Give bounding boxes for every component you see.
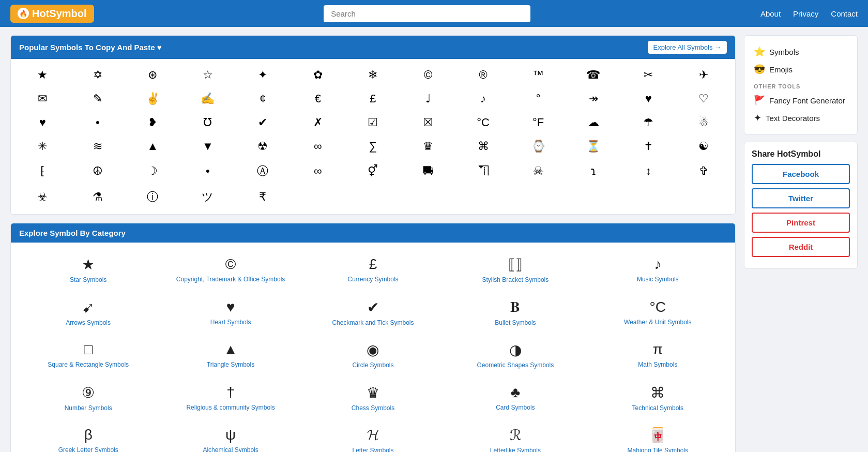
symbol-cell[interactable]: ɿ: [566, 158, 621, 184]
category-item[interactable]: ♥ Heart Symbols: [161, 294, 299, 333]
symbol-cell[interactable]: ¢: [235, 87, 291, 111]
nav-contact[interactable]: Contact: [831, 9, 858, 18]
symbol-cell[interactable]: ⊛: [125, 63, 180, 87]
symbol-cell[interactable]: ★: [15, 63, 70, 87]
sidebar-tool-item[interactable]: 😎Emojis: [752, 61, 850, 78]
category-item[interactable]: ✔ Checkmark and Tick Symbols: [304, 294, 442, 333]
symbol-cell[interactable]: ⚥: [345, 158, 401, 184]
category-item[interactable]: ➹ Arrows Symbols: [19, 294, 157, 333]
symbol-cell[interactable]: ⏳: [566, 134, 621, 158]
category-item[interactable]: ★ Star Symbols: [19, 251, 157, 290]
nav-about[interactable]: About: [760, 9, 781, 18]
symbol-cell[interactable]: ☢: [235, 134, 291, 158]
category-item[interactable]: 🀄 Mahjong Tile Symbols: [589, 421, 727, 452]
category-item[interactable]: β Greek Letter Symbols: [19, 421, 157, 452]
symbol-cell[interactable]: ⛠: [455, 158, 511, 184]
symbol-cell[interactable]: ∞: [291, 134, 346, 158]
symbol-cell[interactable]: ☎: [566, 63, 621, 87]
symbol-cell[interactable]: ✡: [70, 63, 126, 87]
symbol-cell[interactable]: ☃: [676, 111, 731, 134]
sidebar-other-tool-item[interactable]: 🚩Fancy Font Generator: [752, 92, 850, 109]
symbol-cell[interactable]: ☑: [345, 111, 401, 134]
category-item[interactable]: 𝓗 Letter Symbols: [304, 421, 442, 452]
symbol-cell[interactable]: ✞: [676, 158, 731, 184]
symbol-cell[interactable]: ₹: [235, 184, 291, 210]
symbol-cell[interactable]: ✈: [676, 63, 731, 87]
symbol-cell[interactable]: ⌘: [455, 134, 511, 158]
symbol-cell[interactable]: ⓘ: [125, 184, 180, 210]
symbol-cell[interactable]: ✌: [125, 87, 180, 111]
explore-all-button[interactable]: Explore All Symbols →: [648, 41, 727, 54]
symbol-cell[interactable]: ✂: [621, 63, 676, 87]
symbol-cell[interactable]: ⚗: [70, 184, 126, 210]
symbol-cell[interactable]: ☮: [70, 158, 126, 184]
symbol-cell[interactable]: ✦: [235, 63, 291, 87]
symbol-cell[interactable]: €: [291, 87, 346, 111]
category-item[interactable]: ♛ Chess Symbols: [304, 379, 442, 418]
symbol-cell[interactable]: ♥: [621, 87, 676, 111]
category-item[interactable]: ℛ Letterlike Symbols: [446, 421, 584, 452]
symbol-cell[interactable]: ✎: [70, 87, 126, 111]
share-pinterest-button[interactable]: Pintrest: [752, 213, 850, 233]
share-facebook-button[interactable]: Facebook: [752, 164, 850, 184]
symbol-cell[interactable]: ♪: [455, 87, 511, 111]
symbol-cell[interactable]: ❄: [345, 63, 401, 87]
symbol-cell[interactable]: ♥: [15, 111, 70, 134]
symbol-cell[interactable]: ☯: [676, 134, 731, 158]
symbol-cell[interactable]: ⌚: [511, 134, 566, 158]
category-item[interactable]: ▲ Triangle Symbols: [161, 336, 299, 375]
symbol-cell[interactable]: ®: [455, 63, 511, 87]
symbol-cell[interactable]: ツ: [180, 184, 236, 210]
category-item[interactable]: °C Weather & Unit Symbols: [589, 294, 727, 333]
category-item[interactable]: ◑ Geometric Shapes Symbols: [446, 336, 584, 375]
symbol-cell[interactable]: •: [70, 111, 126, 134]
symbol-cell[interactable]: ☒: [401, 111, 456, 134]
category-item[interactable]: π Math Symbols: [589, 336, 727, 375]
symbol-cell[interactable]: °: [511, 87, 566, 111]
category-item[interactable]: ♪ Music Symbols: [589, 251, 727, 290]
symbol-cell[interactable]: £: [345, 87, 401, 111]
symbol-cell[interactable]: ☆: [180, 63, 236, 87]
category-item[interactable]: † Religious & community Symbols: [161, 379, 299, 418]
symbol-cell[interactable]: ≋: [70, 134, 126, 158]
nav-privacy[interactable]: Privacy: [793, 9, 818, 18]
logo[interactable]: 🔥 HotSymbol: [10, 5, 94, 23]
category-item[interactable]: ⌘ Technical Symbols: [589, 379, 727, 418]
symbol-cell[interactable]: ✝: [621, 134, 676, 158]
category-item[interactable]: ⑨ Number Symbols: [19, 379, 157, 418]
category-item[interactable]: ♣ Card Symbols: [446, 379, 584, 418]
symbol-cell[interactable]: ✍: [180, 87, 236, 111]
category-item[interactable]: □ Square & Rectangle Symbols: [19, 336, 157, 375]
symbol-cell[interactable]: ▼: [180, 134, 236, 158]
symbol-cell[interactable]: ✗: [291, 111, 346, 134]
symbol-cell[interactable]: ▲: [125, 134, 180, 158]
symbol-cell[interactable]: ↕: [621, 158, 676, 184]
symbol-cell[interactable]: ⁅: [15, 158, 70, 184]
symbol-cell[interactable]: ∞: [291, 158, 346, 184]
symbol-cell[interactable]: ☁: [566, 111, 621, 134]
category-item[interactable]: ◉ Circle Symbols: [304, 336, 442, 375]
symbol-cell[interactable]: ©: [401, 63, 456, 87]
symbol-cell[interactable]: ℧: [180, 111, 236, 134]
symbol-cell[interactable]: ✳: [15, 134, 70, 158]
symbol-cell[interactable]: •: [180, 158, 236, 184]
symbol-cell[interactable]: ∑: [345, 134, 401, 158]
search-input[interactable]: [324, 5, 530, 22]
symbol-cell[interactable]: °F: [511, 111, 566, 134]
symbol-cell[interactable]: ✿: [291, 63, 346, 87]
symbol-cell[interactable]: ❥: [125, 111, 180, 134]
symbol-cell[interactable]: ☠: [511, 158, 566, 184]
sidebar-other-tool-item[interactable]: ✦Text Decorators: [752, 109, 850, 127]
category-item[interactable]: ψ Alchemical Symbols: [161, 421, 299, 452]
symbol-cell[interactable]: ⛟: [401, 158, 456, 184]
symbol-cell[interactable]: ☣: [15, 184, 70, 210]
sidebar-tool-item[interactable]: ⭐Symbols: [752, 43, 850, 61]
symbol-cell[interactable]: ✔: [235, 111, 291, 134]
symbol-cell[interactable]: Ⓐ: [235, 158, 291, 184]
symbol-cell[interactable]: ♛: [401, 134, 456, 158]
symbol-cell[interactable]: ☽: [125, 158, 180, 184]
symbol-cell[interactable]: °C: [455, 111, 511, 134]
symbol-cell[interactable]: ™: [511, 63, 566, 87]
symbol-cell[interactable]: ✉: [15, 87, 70, 111]
share-reddit-button[interactable]: Reddit: [752, 237, 850, 257]
